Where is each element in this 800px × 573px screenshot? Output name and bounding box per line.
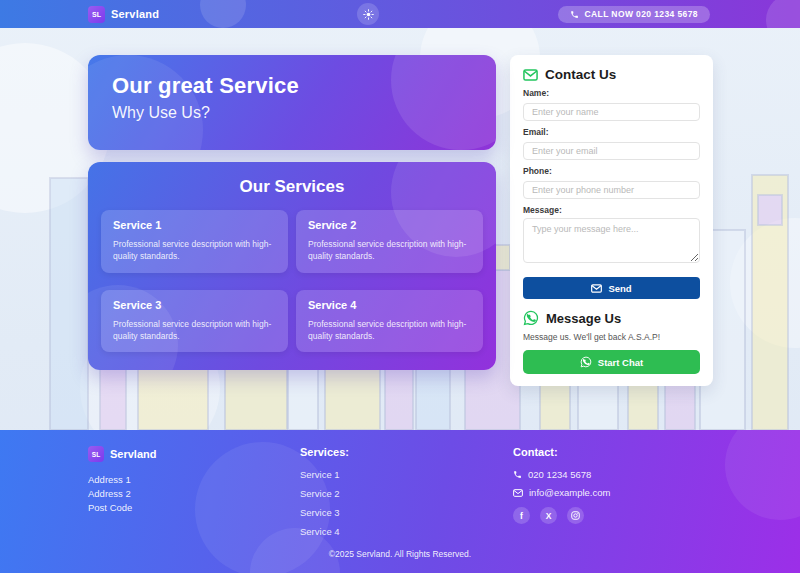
whatsapp-icon bbox=[580, 356, 592, 368]
footer-columns: SL Servland Address 1 Address 2 Post Cod… bbox=[0, 430, 800, 545]
social-links: f X bbox=[513, 507, 712, 524]
brand-logo: SL bbox=[88, 6, 105, 23]
service-description: Professional service description with hi… bbox=[113, 318, 276, 343]
footer-brand[interactable]: SL Servland bbox=[88, 446, 300, 462]
hero-banner: Our great Service Why Use Us? bbox=[88, 55, 496, 150]
footer-email[interactable]: info@example.com bbox=[513, 487, 712, 498]
footer-link-service-3[interactable]: Service 3 bbox=[300, 507, 513, 518]
footer-contact-column: Contact: 020 1234 5678 info@example.com … bbox=[513, 446, 712, 545]
service-card-3[interactable]: Service 3 Professional service descripti… bbox=[101, 290, 288, 353]
name-input[interactable] bbox=[523, 103, 700, 121]
phone-label: Phone: bbox=[523, 166, 700, 176]
footer-phone[interactable]: 020 1234 5678 bbox=[513, 469, 712, 480]
navbar-inner: SL Servland CALL NOW 020 bbox=[0, 0, 800, 28]
footer: SL Servland Address 1 Address 2 Post Cod… bbox=[0, 430, 800, 573]
email-input[interactable] bbox=[523, 142, 700, 160]
hero-subtitle: Why Use Us? bbox=[112, 104, 472, 122]
sun-icon bbox=[363, 9, 374, 20]
start-chat-label: Start Chat bbox=[598, 357, 643, 368]
start-chat-button[interactable]: Start Chat bbox=[523, 350, 700, 374]
service-title: Service 3 bbox=[113, 299, 276, 311]
call-now-label: CALL NOW 020 1234 5678 bbox=[584, 9, 698, 19]
left-column: Our great Service Why Use Us? Our Servic… bbox=[88, 55, 496, 386]
contact-card: Contact Us Name: Email: Phone: Message: … bbox=[510, 55, 713, 386]
whatsapp-icon bbox=[523, 310, 539, 326]
services-section: Our Services Service 1 Professional serv… bbox=[88, 162, 496, 370]
footer-brand-name: Servland bbox=[110, 448, 156, 460]
instagram-glyph bbox=[571, 511, 580, 520]
send-envelope-icon bbox=[591, 284, 602, 293]
contact-form-header: Contact Us bbox=[523, 67, 700, 82]
envelope-icon bbox=[513, 489, 523, 497]
footer-brand-column: SL Servland Address 1 Address 2 Post Cod… bbox=[88, 446, 300, 545]
footer-link-service-4[interactable]: Service 4 bbox=[300, 526, 513, 537]
name-label: Name: bbox=[523, 88, 700, 98]
service-card-2[interactable]: Service 2 Professional service descripti… bbox=[296, 210, 483, 273]
service-description: Professional service description with hi… bbox=[308, 318, 471, 343]
services-heading: Our Services bbox=[101, 177, 483, 197]
footer-email-address: info@example.com bbox=[529, 487, 610, 498]
email-label: Email: bbox=[523, 127, 700, 137]
copyright-text: ©2025 Servland. All Rights Reserved. bbox=[0, 549, 800, 559]
service-title: Service 2 bbox=[308, 219, 471, 231]
footer-contact-heading: Contact: bbox=[513, 446, 712, 458]
message-us-title: Message Us bbox=[546, 311, 621, 326]
brand[interactable]: SL Servland bbox=[88, 6, 159, 23]
message-label: Message: bbox=[523, 205, 700, 215]
hero-title: Our great Service bbox=[112, 73, 472, 99]
x-icon[interactable]: X bbox=[540, 507, 557, 524]
envelope-icon bbox=[523, 69, 538, 81]
footer-services-heading: Services: bbox=[300, 446, 513, 458]
theme-toggle-button[interactable] bbox=[357, 3, 379, 25]
brand-name: Servland bbox=[111, 8, 159, 20]
footer-link-service-2[interactable]: Service 2 bbox=[300, 488, 513, 499]
footer-link-service-1[interactable]: Service 1 bbox=[300, 469, 513, 480]
address-line-2: Address 2 bbox=[88, 488, 300, 500]
service-title: Service 4 bbox=[308, 299, 471, 311]
service-card-4[interactable]: Service 4 Professional service descripti… bbox=[296, 290, 483, 353]
service-card-1[interactable]: Service 1 Professional service descripti… bbox=[101, 210, 288, 273]
footer-phone-number: 020 1234 5678 bbox=[528, 469, 591, 480]
call-now-button[interactable]: CALL NOW 020 1234 5678 bbox=[558, 6, 710, 23]
address-line-1: Address 1 bbox=[88, 474, 300, 486]
message-textarea[interactable] bbox=[523, 218, 700, 263]
contact-form-title: Contact Us bbox=[545, 67, 616, 82]
content-container: Our great Service Why Use Us? Our Servic… bbox=[0, 28, 800, 386]
main-section: Our great Service Why Use Us? Our Servic… bbox=[0, 28, 800, 430]
service-description: Professional service description with hi… bbox=[113, 238, 276, 263]
message-us-header: Message Us bbox=[523, 310, 700, 326]
facebook-icon[interactable]: f bbox=[513, 507, 530, 524]
services-grid: Service 1 Professional service descripti… bbox=[101, 210, 483, 352]
phone-icon bbox=[570, 10, 579, 19]
address-line-3: Post Code bbox=[88, 502, 300, 514]
send-button-label: Send bbox=[608, 283, 631, 294]
footer-services-column: Services: Service 1 Service 2 Service 3 … bbox=[300, 446, 513, 545]
hero-decor-circle bbox=[88, 55, 203, 150]
phone-icon bbox=[513, 470, 522, 479]
phone-input[interactable] bbox=[523, 181, 700, 199]
service-title: Service 1 bbox=[113, 219, 276, 231]
instagram-icon[interactable] bbox=[567, 507, 584, 524]
service-description: Professional service description with hi… bbox=[308, 238, 471, 263]
navbar: SL Servland CALL NOW 020 bbox=[0, 0, 800, 28]
message-us-note: Message us. We'll get back A.S.A.P! bbox=[523, 332, 700, 342]
footer-logo: SL bbox=[88, 446, 104, 462]
page: SL Servland CALL NOW 020 bbox=[0, 0, 800, 573]
hero-decor-circle bbox=[391, 55, 496, 150]
send-button[interactable]: Send bbox=[523, 277, 700, 299]
